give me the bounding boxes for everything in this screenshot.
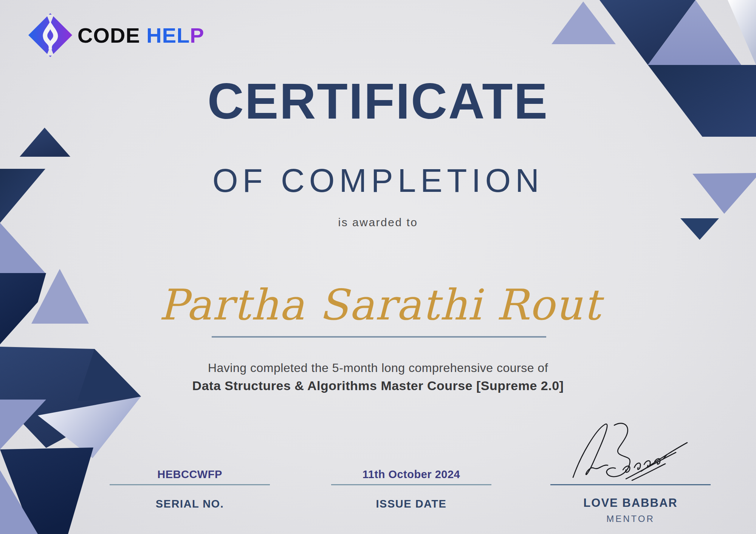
serial-block: HEBCCWFP SERIAL NO. <box>110 468 270 514</box>
serial-value: HEBCCWFP <box>110 468 270 481</box>
bottom-periwinkle-wedge <box>0 470 38 534</box>
recipient-name: Partha Sarathi Rout <box>0 280 756 329</box>
codehelp-logo: CODE HELP <box>28 13 204 57</box>
triangle-top-navy <box>600 0 696 65</box>
diamond-sheen <box>38 397 141 458</box>
mentor-rule <box>550 484 711 485</box>
triangle-left-periwinkle <box>0 223 45 273</box>
diamond-facet-dark <box>77 349 141 401</box>
course-name: Data Structures & Algorithms Master Cour… <box>0 378 756 393</box>
serial-label: SERIAL NO. <box>110 498 270 510</box>
bottom-navy-wedge <box>0 448 93 534</box>
codehelp-logo-text: CODE HELP <box>77 23 204 48</box>
mentor-name: LOVE BABBAR <box>550 496 711 510</box>
mentor-label: MENTOR <box>550 514 711 524</box>
issue-date-rule <box>331 484 491 485</box>
mentor-block: LOVE BABBAR MENTOR <box>550 468 711 525</box>
triangle-top-periwinkle-small <box>552 2 616 44</box>
triangle-top-periwinkle <box>648 0 741 65</box>
issue-date-block: 11th October 2024 ISSUE DATE <box>331 468 491 514</box>
certificate: CODE HELP CERTIFICATE OF COMPLETION is a… <box>0 0 756 534</box>
recipient-underline <box>212 336 546 338</box>
course-description: Having completed the 5-month long compre… <box>0 361 756 375</box>
certificate-title: CERTIFICATE <box>0 73 756 130</box>
logo-help-p-text: P <box>190 23 204 47</box>
serial-rule <box>110 484 270 485</box>
logo-help-text: HEL <box>146 23 190 47</box>
awarded-to-label: is awarded to <box>0 216 756 229</box>
triangle-left-navy-small <box>20 128 70 157</box>
diamond-periwinkle-band <box>0 400 46 449</box>
issue-date-label: ISSUE DATE <box>331 498 491 510</box>
logo-code-text: CODE <box>77 23 140 47</box>
certificate-subtitle: OF COMPLETION <box>0 162 756 199</box>
triangle-corner-white <box>728 0 756 65</box>
issue-date-value: 11th October 2024 <box>331 468 491 481</box>
codehelp-logo-icon <box>28 13 72 57</box>
